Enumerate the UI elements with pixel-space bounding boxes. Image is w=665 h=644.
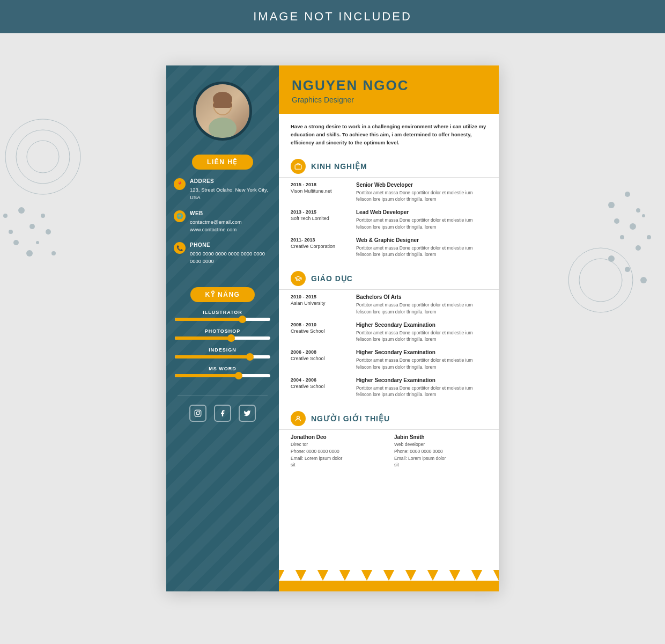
kinh-nghiem-heading: KINH NGHIỆM	[279, 152, 499, 178]
svg-point-31	[608, 255, 615, 262]
giao-duc-heading: GIÁO DỤC	[279, 265, 499, 290]
phone-icon: 📞	[174, 242, 186, 254]
entry-dates: 2013 - 2015	[291, 209, 350, 215]
entry-left: 2006 - 2008 Creative School	[291, 349, 350, 371]
bottom-zigzag	[279, 570, 499, 591]
education-icon	[291, 271, 306, 286]
education-entry: 2008 - 2010 Creative School Higher Secon…	[291, 322, 487, 343]
giao-duc-content: 2010 - 2015 Asian University Bachelors O…	[279, 294, 499, 405]
location-icon: 📍	[174, 178, 186, 190]
entry-left: 2008 - 2010 Creative School	[291, 322, 350, 343]
entry-org: Creative School	[291, 356, 350, 361]
entry-left: 2011- 2013 Creative Corporation	[291, 237, 350, 259]
entry-right: Bachelors Of Arts Porttitor amet massa D…	[356, 294, 487, 316]
education-entry: 2006 - 2008 Creative School Higher Secon…	[291, 349, 487, 371]
entry-org: Creative School	[291, 328, 350, 334]
skills-list: ILLUSTRATOR PHOTOSHOP INDESIGN MS WORD	[166, 310, 279, 385]
skill-bar-fill	[175, 374, 240, 377]
svg-point-28	[620, 235, 624, 239]
address-text: ADDRES 123, Street Oclaho, New York City…	[190, 177, 271, 202]
skill-name: MS WORD	[175, 366, 270, 371]
svg-point-10	[46, 229, 51, 235]
banner-text: IMAGE NOT INCLUDED	[253, 10, 412, 23]
referral-col: Jonathon Deo Direc torPhone: 0000 0000 0…	[291, 434, 383, 469]
skill-bar-bg	[175, 318, 270, 321]
entry-left: 2004 - 2006 Creative School	[291, 377, 350, 399]
entry-desc: Porttitor amet massa Done cporttitor dol…	[356, 357, 487, 371]
svg-point-0	[5, 119, 80, 194]
top-banner: IMAGE NOT INCLUDED	[0, 0, 665, 33]
svg-point-9	[36, 241, 39, 244]
experience-entry: 2011- 2013 Creative Corporation Web & Gr…	[291, 237, 487, 259]
kinh-nghiem-content: 2015 - 2018 Vison Multitune.net Senior W…	[279, 182, 499, 265]
svg-point-12	[51, 251, 56, 255]
entry-org: Creative School	[291, 384, 350, 389]
contact-address: 📍 ADDRES 123, Street Oclaho, New York Ci…	[174, 177, 271, 202]
entry-dates: 2006 - 2008	[291, 349, 350, 355]
facebook-icon[interactable]	[214, 405, 231, 422]
referral-detail: Web developerPhone: 0000 0000 0000Email:…	[394, 441, 487, 469]
web-text: WEB contactme@email.com www.contactme.co…	[190, 209, 271, 234]
kinh-nghiem-title: KINH NGHIỆM	[311, 162, 367, 171]
entry-right: Higher Secondary Examination Porttitor a…	[356, 322, 487, 343]
sidebar: LIÊN HỆ 📍 ADDRES 123, Street Oclaho, New…	[166, 65, 279, 591]
svg-point-2	[27, 141, 59, 173]
entry-dates: 2008 - 2010	[291, 322, 350, 327]
entry-dates: 2010 - 2015	[291, 294, 350, 299]
svg-point-11	[3, 214, 8, 218]
experience-entry: 2015 - 2018 Vison Multitune.net Senior W…	[291, 182, 487, 203]
entry-desc: Porttitor amet massa Done cporttitor dol…	[356, 245, 487, 259]
entry-title: Higher Secondary Examination	[356, 377, 487, 383]
instagram-icon[interactable]	[189, 405, 206, 422]
svg-point-26	[630, 223, 636, 230]
skill-bar-fill	[175, 336, 232, 340]
referral-detail: Direc torPhone: 0000 0000 0000Email: Lor…	[291, 441, 383, 469]
education-entry: 2004 - 2006 Creative School Higher Secon…	[291, 377, 487, 399]
entry-dates: 2015 - 2018	[291, 182, 350, 187]
giao-duc-title: GIÁO DỤC	[311, 274, 353, 283]
referral-name: Jabin Smith	[394, 434, 487, 440]
entry-title: Higher Secondary Examination	[356, 322, 487, 328]
entry-org: Soft Tech Lomited	[291, 216, 350, 221]
svg-point-4	[29, 224, 35, 229]
entry-org: Asian University	[291, 301, 350, 306]
skill-bar-bg	[175, 374, 270, 377]
contact-web: 🌐 WEB contactme@email.com www.contactme.…	[174, 209, 271, 234]
twitter-icon[interactable]	[239, 405, 256, 422]
skill-name: PHOTOSHOP	[175, 328, 270, 334]
svg-point-27	[642, 214, 645, 217]
deco-left	[0, 76, 107, 291]
skill-item: ILLUSTRATOR	[175, 310, 270, 321]
contact-list: 📍 ADDRES 123, Street Oclaho, New York Ci…	[166, 177, 279, 273]
entry-org: Creative Corporation	[291, 244, 350, 249]
entry-left: 2013 - 2015 Soft Tech Lomited	[291, 209, 350, 231]
entry-right: Higher Secondary Examination Porttitor a…	[356, 377, 487, 399]
main-content: NGUYEN NGOC Graphics Designer Have a str…	[279, 65, 499, 591]
summary-section: Have a strong desire to work in a challe…	[279, 114, 499, 152]
svg-point-19	[196, 412, 200, 415]
entry-title: Web & Graphic Designer	[356, 237, 487, 243]
svg-point-20	[199, 411, 200, 412]
referral-grid: Jonathon Deo Direc torPhone: 0000 0000 0…	[279, 434, 499, 469]
svg-rect-16	[213, 103, 232, 108]
svg-point-24	[636, 208, 640, 213]
entry-org: Vison Multitune.net	[291, 188, 350, 194]
svg-point-6	[13, 240, 19, 245]
skill-bar-fill	[175, 355, 251, 358]
job-title: Graphics Designer	[292, 96, 486, 104]
deco-right	[558, 141, 665, 355]
skill-bar-bg	[175, 355, 270, 358]
entry-left: 2015 - 2018 Vison Multitune.net	[291, 182, 350, 203]
entry-desc: Porttitor amet massa Done cporttitor dol…	[356, 302, 487, 316]
svg-point-25	[614, 218, 619, 224]
svg-point-3	[18, 207, 25, 214]
svg-point-30	[647, 235, 651, 239]
education-entry: 2010 - 2015 Asian University Bachelors O…	[291, 294, 487, 316]
experience-entry: 2013 - 2015 Soft Tech Lomited Lead Web D…	[291, 209, 487, 231]
sidebar-divider	[178, 396, 268, 396]
entry-desc: Porttitor amet massa Done cporttitor dol…	[356, 385, 487, 399]
referral-name: Jonathon Deo	[291, 434, 383, 440]
full-name: NGUYEN NGOC	[292, 77, 486, 94]
phone-text: PHONE 0000 0000 0000 0000 0000 0000 0000…	[190, 241, 271, 266]
nguoi-gioi-thieu-heading: NGƯỜI GIỚI THIỆU	[279, 405, 499, 430]
